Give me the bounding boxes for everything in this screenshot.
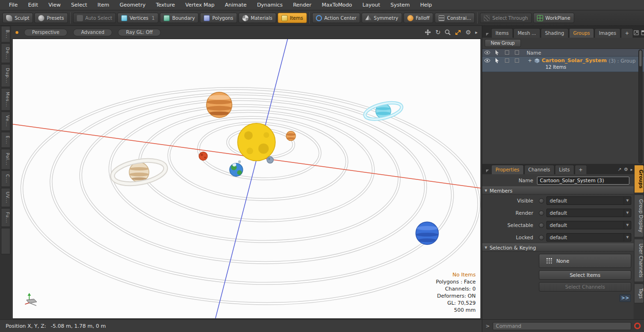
left-strip-tab-3[interactable]: Mes... bbox=[1, 88, 10, 111]
solar-system-scene[interactable] bbox=[13, 39, 480, 318]
gear-icon[interactable]: ⚙ bbox=[624, 167, 628, 172]
materials-mode-button[interactable]: Materials bbox=[239, 13, 276, 23]
menu-select[interactable]: Select bbox=[66, 0, 92, 10]
menu-maxtomodo[interactable]: MaxToModo bbox=[317, 0, 357, 10]
left-strip-tab-9[interactable]: Fu... bbox=[1, 208, 10, 227]
new-group-button[interactable]: New Group bbox=[485, 39, 521, 47]
auto-select-button[interactable]: Auto Select bbox=[73, 13, 116, 23]
select-column-header[interactable] bbox=[492, 50, 502, 55]
zoom-icon[interactable] bbox=[445, 29, 451, 35]
row-visibility-toggle[interactable] bbox=[482, 58, 492, 63]
symmetry-button[interactable]: Symmetry bbox=[362, 13, 402, 23]
boundary-mode-button[interactable]: Boundary bbox=[160, 13, 198, 23]
left-strip-tab-5[interactable]: E... bbox=[1, 132, 10, 148]
panel-arrow-icon[interactable]: ▸ bbox=[475, 30, 478, 35]
moon[interactable] bbox=[238, 161, 241, 163]
menu-texture[interactable]: Texture bbox=[151, 0, 180, 10]
gear-icon[interactable]: ⚙ bbox=[465, 29, 471, 36]
action-center-button[interactable]: Action Center bbox=[312, 13, 360, 23]
maximize-icon[interactable] bbox=[455, 29, 461, 35]
tab-images[interactable]: Images bbox=[594, 28, 620, 38]
panel-corner-icon[interactable] bbox=[486, 170, 489, 172]
visible-dropdown[interactable]: default ▼ bbox=[546, 196, 631, 205]
menu-vertex-map[interactable]: Vertex Map bbox=[180, 0, 220, 10]
none-button[interactable]: None bbox=[539, 254, 631, 268]
edge-tab-groups[interactable]: Groups bbox=[635, 165, 644, 193]
menu-layout[interactable]: Layout bbox=[357, 0, 385, 10]
panel-corner-icon[interactable] bbox=[486, 33, 489, 36]
edge-tab-group-display[interactable]: Group Display bbox=[635, 194, 644, 237]
viewport-menu-dot[interactable] bbox=[16, 31, 18, 34]
dock-icon[interactable] bbox=[634, 30, 639, 35]
left-strip-tab-blank[interactable] bbox=[1, 228, 10, 254]
items-mode-button[interactable]: Items bbox=[278, 13, 307, 23]
left-strip-tab-6[interactable]: Pol... bbox=[1, 149, 10, 170]
row-filter-toggle[interactable] bbox=[502, 58, 512, 63]
sun[interactable] bbox=[238, 123, 275, 161]
polygons-mode-button[interactable]: Polygons bbox=[200, 13, 237, 23]
render-keyframe-toggle[interactable] bbox=[539, 211, 544, 216]
panel-options-icon[interactable] bbox=[641, 30, 644, 35]
menu-file[interactable]: File bbox=[4, 0, 23, 10]
pan-icon[interactable] bbox=[425, 29, 431, 35]
panel-arrow-icon[interactable]: ▸ bbox=[630, 167, 633, 172]
scrollbar-thumb[interactable] bbox=[639, 50, 642, 66]
tab-items[interactable]: Items bbox=[491, 28, 513, 38]
planet-jupiter[interactable] bbox=[206, 92, 232, 118]
members-section-header[interactable]: ▼ Members bbox=[482, 186, 634, 194]
planet-saturn[interactable] bbox=[111, 157, 167, 187]
left-strip-tab-7[interactable]: C... bbox=[1, 170, 10, 187]
planet-mars[interactable] bbox=[199, 152, 207, 161]
render-column-header[interactable] bbox=[512, 50, 522, 55]
expand-more-button[interactable]: >> bbox=[619, 294, 631, 302]
selectable-dropdown[interactable]: default ▼ bbox=[546, 221, 631, 229]
render-dropdown[interactable]: default ▼ bbox=[546, 209, 631, 217]
row-select-toggle[interactable] bbox=[492, 58, 502, 63]
visible-keyframe-toggle[interactable] bbox=[539, 198, 544, 203]
tab-properties[interactable]: Properties bbox=[491, 165, 524, 174]
left-strip-tab-8[interactable]: UV... bbox=[1, 188, 10, 207]
expand-panel-icon[interactable]: ↗ bbox=[618, 167, 621, 172]
tab-shading[interactable]: Shading bbox=[541, 28, 569, 38]
group-list-row-selected[interactable]: + Cartoon_Solar_System (3) : Group 12 It… bbox=[482, 57, 644, 72]
group-name[interactable]: Cartoon_Solar_System bbox=[542, 57, 607, 64]
viewport-3d-canvas[interactable]: No Items Polygons : Face Channels: 0 Def… bbox=[12, 39, 481, 319]
tab-mesh[interactable]: Mesh ... bbox=[513, 28, 540, 38]
command-input[interactable] bbox=[493, 322, 631, 330]
planet-venus[interactable] bbox=[286, 131, 296, 141]
tab-groups[interactable]: Groups bbox=[569, 28, 594, 38]
menu-system[interactable]: System bbox=[385, 0, 415, 10]
menu-help[interactable]: Help bbox=[415, 0, 437, 10]
select-through-button[interactable]: Select Through bbox=[480, 13, 532, 23]
row-render-toggle[interactable] bbox=[512, 58, 522, 63]
left-strip-tab-4[interactable]: Ve... bbox=[1, 112, 10, 131]
select-channels-button[interactable]: Select Channels bbox=[539, 282, 631, 292]
left-strip-tab-0[interactable]: B... bbox=[1, 26, 10, 42]
planet-neptune[interactable] bbox=[416, 222, 438, 244]
menu-view[interactable]: View bbox=[43, 0, 66, 10]
group-name-field[interactable]: Cartoon_Solar_System (3) bbox=[537, 177, 629, 185]
name-column-header[interactable]: Name bbox=[527, 50, 541, 56]
planet-mercury[interactable] bbox=[267, 157, 273, 163]
edge-tab-user-channels[interactable]: User Channels bbox=[635, 239, 644, 282]
macro-record-icon[interactable] bbox=[634, 323, 641, 329]
workplane-button[interactable]: WorkPlane bbox=[533, 13, 574, 23]
edge-tab-tags[interactable]: Tags bbox=[635, 283, 644, 303]
group-list-empty-area[interactable] bbox=[482, 72, 644, 164]
tab-lists[interactable]: Lists bbox=[555, 165, 574, 174]
locked-dropdown[interactable]: default ▼ bbox=[546, 233, 631, 242]
menu-render[interactable]: Render bbox=[288, 0, 316, 10]
planet-earth[interactable] bbox=[230, 161, 243, 177]
falloff-button[interactable]: Falloff bbox=[404, 13, 434, 23]
group-list-scrollbar[interactable] bbox=[638, 49, 643, 163]
selection-keying-section-header[interactable]: ▼ Selection & Keying bbox=[482, 243, 634, 251]
menu-geometry[interactable]: Geometry bbox=[115, 0, 151, 10]
constraints-button[interactable]: Constrai... bbox=[435, 13, 475, 23]
visibility-column-header[interactable] bbox=[482, 50, 492, 55]
presets-button[interactable]: Presets bbox=[34, 13, 67, 23]
select-items-button[interactable]: Select Items bbox=[539, 270, 631, 280]
add-tab-button[interactable]: + bbox=[621, 28, 633, 38]
menu-item[interactable]: Item bbox=[92, 0, 115, 10]
add-tab-button[interactable]: + bbox=[575, 165, 587, 174]
tree-expander[interactable]: + bbox=[528, 58, 532, 63]
